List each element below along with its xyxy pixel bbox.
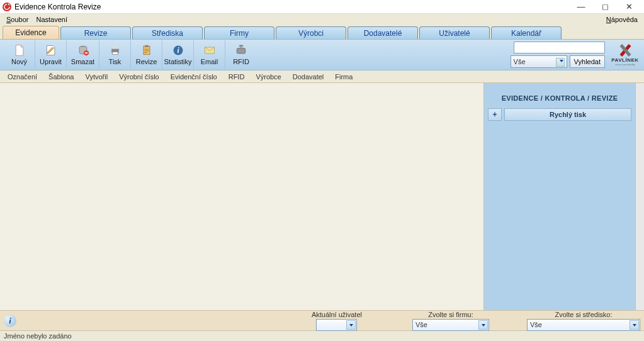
search-filter-select[interactable]: Vše: [511, 55, 567, 68]
toolbar: Nový Upravit Smazat Tisk Revize i Statis…: [0, 39, 644, 70]
close-button[interactable]: ✕: [623, 2, 635, 11]
edit-icon: [45, 44, 57, 57]
tab-dodavatele[interactable]: Dodavatelé: [347, 26, 418, 39]
bottom-bar: i Aktuální uživatel Zvolte si firmu: Vše…: [0, 310, 644, 330]
app-icon: [3, 3, 11, 11]
user-group: Aktuální uživatel: [312, 311, 362, 331]
rfid-icon: [235, 44, 247, 57]
clipboard-icon: [140, 44, 153, 57]
info-button[interactable]: i: [4, 315, 16, 327]
minimize-button[interactable]: —: [575, 2, 587, 11]
col-firma[interactable]: Firma: [331, 73, 360, 81]
chevron-down-icon: [346, 320, 356, 330]
menu-napoveda[interactable]: Nápověda: [602, 15, 641, 24]
btn-email[interactable]: Email: [194, 40, 225, 69]
btn-rfid[interactable]: RFID: [225, 40, 257, 69]
firma-select[interactable]: Vše: [412, 319, 489, 331]
btn-smazat[interactable]: Smazat: [67, 40, 99, 69]
btn-upravit[interactable]: Upravit: [35, 40, 67, 69]
tab-strediska[interactable]: Střediska: [132, 26, 203, 39]
user-select[interactable]: [316, 319, 357, 331]
tabs-row: Evidence Revize Střediska Firmy Výrobci …: [0, 25, 644, 39]
side-panel-title: EVIDENCE / KONTROLA / REVIZE: [488, 87, 631, 108]
chevron-down-icon: [560, 60, 563, 62]
svg-rect-10: [237, 48, 245, 53]
svg-rect-4: [112, 52, 117, 55]
svg-rect-6: [145, 45, 148, 47]
maximize-button[interactable]: ◻: [599, 2, 611, 11]
status-bar: Jméno nebylo zadáno: [0, 330, 644, 341]
chevron-down-icon: [630, 320, 639, 330]
col-oznaceni[interactable]: Označení: [4, 73, 45, 81]
tab-revize[interactable]: Revize: [60, 26, 131, 39]
brand-logo: PAVLÍNEK vázací prostředky: [610, 41, 640, 69]
menu-soubor[interactable]: Soubor: [3, 15, 32, 24]
firma-label: Zvolte si firmu:: [428, 311, 473, 318]
col-vyrobce[interactable]: Výrobce: [252, 73, 288, 81]
brand-x-icon: [617, 44, 633, 57]
chevron-down-icon: [478, 320, 488, 330]
search-button[interactable]: Vyhledat: [570, 55, 605, 68]
stredisko-group: Zvolte si středisko: Vše: [527, 311, 640, 331]
btn-tisk[interactable]: Tisk: [99, 40, 131, 69]
user-label: Aktuální uživatel: [312, 311, 362, 318]
main-area: EVIDENCE / KONTROLA / REVIZE + Rychlý ti…: [0, 83, 644, 310]
tab-uzivatele[interactable]: Uživatelé: [419, 26, 490, 39]
col-vyrobni-cislo[interactable]: Výrobní číslo: [115, 73, 167, 81]
stredisko-select[interactable]: Vše: [527, 319, 640, 331]
tab-firmy[interactable]: Firmy: [204, 26, 274, 39]
search-group: Vše Vyhledat: [511, 42, 605, 68]
col-evidencni-cislo[interactable]: Evidenční číslo: [167, 73, 225, 81]
btn-revize[interactable]: Revize: [131, 40, 162, 69]
new-document-icon: [13, 44, 26, 57]
svg-rect-5: [144, 46, 150, 54]
search-input[interactable]: [514, 42, 605, 53]
email-icon: [203, 44, 216, 57]
data-grid[interactable]: [0, 83, 484, 310]
side-expand-button[interactable]: +: [488, 108, 502, 121]
print-icon: [109, 44, 121, 57]
tab-evidence[interactable]: Evidence: [3, 26, 59, 39]
firma-group: Zvolte si firmu: Vše: [412, 311, 489, 331]
menu-nastaveni[interactable]: Nastavení: [32, 15, 71, 24]
col-rfid[interactable]: RFID: [225, 73, 252, 81]
col-dodavatel[interactable]: Dodavatel: [289, 73, 332, 81]
side-panel: EVIDENCE / KONTROLA / REVIZE + Rychlý ti…: [484, 83, 635, 310]
status-text: Jméno nebylo zadáno: [4, 332, 72, 340]
menu-bar: Soubor Nastavení Nápověda: [0, 14, 644, 25]
svg-rect-3: [112, 46, 117, 48]
scrollbar[interactable]: [635, 83, 644, 310]
btn-statistiky[interactable]: i Statistiky: [162, 40, 194, 69]
database-delete-icon: [77, 44, 89, 57]
side-quick-print-button[interactable]: Rychlý tisk: [504, 108, 631, 121]
column-headers: Označení Šablona Vytvořil Výrobní číslo …: [0, 70, 644, 83]
tab-vyrobci[interactable]: Výrobci: [276, 26, 346, 39]
col-vytvoril[interactable]: Vytvořil: [81, 73, 115, 81]
col-sablona[interactable]: Šablona: [45, 73, 81, 81]
stredisko-label: Zvolte si středisko:: [555, 311, 612, 318]
window-title: Evidence Kontrola Revize: [14, 3, 575, 11]
btn-novy[interactable]: Nový: [4, 40, 35, 69]
tab-kalendar[interactable]: Kalendář: [491, 26, 562, 39]
title-bar: Evidence Kontrola Revize — ◻ ✕: [0, 0, 644, 14]
info-icon: i: [172, 44, 184, 57]
